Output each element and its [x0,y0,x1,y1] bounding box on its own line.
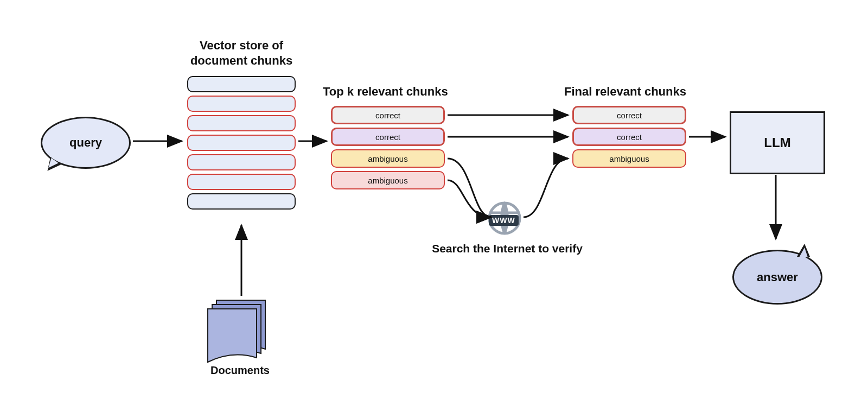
top-k-chunk: correct [331,106,445,124]
top-k-stack: correctcorrectambiguousambiguous [331,106,445,193]
chunk-label: correct [617,132,642,142]
search-caption: Search the Internet to verify [420,242,594,256]
final-stack: correctcorrectambiguous [572,106,686,171]
vector-chunk [187,154,296,170]
query-label: query [69,136,102,150]
arrows-layer [0,0,868,399]
vector-store-stack [187,76,296,213]
llm-label: LLM [764,135,790,150]
vector-chunk [187,76,296,92]
llm-box: LLM [730,111,825,174]
www-icon: WWW [486,201,524,238]
final-chunk: correct [572,106,686,124]
chunk-label: ambiguous [368,176,407,185]
chunk-label: correct [375,132,400,142]
vector-chunk [187,135,296,151]
query-bubble: query [41,117,131,169]
top-k-chunk: correct [331,128,445,146]
answer-label: answer [757,270,798,284]
chunk-label: correct [375,111,400,120]
chunk-label: ambiguous [609,154,649,163]
vector-store-heading: Vector store of document chunks [176,38,307,68]
chunk-label: correct [617,111,642,120]
final-heading: Final relevant chunks [564,84,700,99]
top-k-heading: Top k relevant chunks [323,84,464,99]
top-k-chunk: ambiguous [331,171,445,189]
final-chunk: ambiguous [572,149,686,168]
vector-chunk [187,96,296,112]
top-k-chunk: ambiguous [331,149,445,168]
answer-bubble: answer [732,250,822,305]
vector-chunk [187,115,296,131]
chunk-label: ambiguous [368,154,407,163]
documents-icon [203,296,279,366]
www-badge: WWW [489,215,519,226]
diagram-canvas: query Vector store of document chunks Do… [0,0,868,399]
vector-chunk [187,174,296,190]
final-chunk: correct [572,128,686,146]
vector-chunk [187,193,296,210]
documents-label: Documents [193,364,288,377]
